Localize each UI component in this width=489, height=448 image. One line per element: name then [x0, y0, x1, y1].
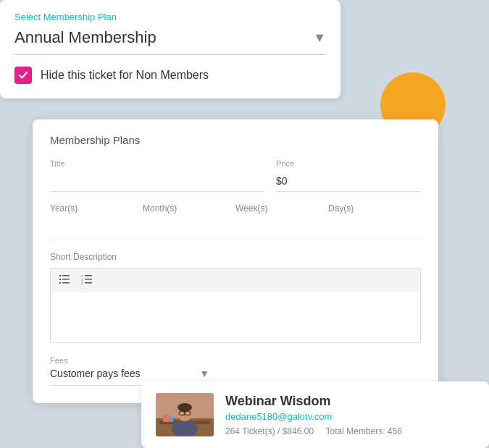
hide-ticket-row: Hide this ticket for Non Members [14, 67, 326, 84]
fees-chevron-down-icon: ▼ [199, 368, 209, 379]
svg-rect-5 [62, 282, 70, 284]
days-label: Day(s) [328, 203, 421, 214]
editor-toolbar: 1. 2. 3. [50, 268, 421, 292]
svg-point-18 [177, 403, 192, 412]
svg-rect-3 [62, 279, 70, 280]
price-field: Price [276, 159, 421, 192]
list-ul-icon [59, 274, 71, 284]
title-price-row: Title Price [50, 159, 421, 192]
title-input[interactable] [50, 171, 264, 192]
form-title: Membership Plans [50, 134, 421, 146]
unordered-list-button[interactable] [57, 273, 74, 288]
months-input[interactable] [143, 216, 235, 234]
months-label: Month(s) [143, 203, 235, 214]
title-field-label: Title [50, 159, 264, 168]
svg-rect-7 [85, 275, 92, 276]
weeks-field: Week(s) [235, 203, 328, 234]
svg-rect-2 [59, 279, 61, 280]
webinar-tickets: 264 Ticket(s) / $846.00 [225, 426, 314, 436]
short-description-textarea[interactable] [50, 292, 421, 343]
webinar-thumbnail [156, 393, 214, 436]
webinar-email: dedane5180@galotv.com [225, 411, 475, 422]
svg-rect-9 [85, 279, 92, 280]
svg-rect-4 [59, 282, 61, 284]
checkbox-checked-icon[interactable] [14, 67, 32, 84]
svg-text:3.: 3. [81, 282, 83, 284]
webinar-card: Webinar Wisdom dedane5180@galotv.com 264… [141, 381, 489, 448]
svg-rect-22 [163, 415, 169, 422]
hide-ticket-label: Hide this ticket for Non Members [41, 69, 209, 82]
dropdown-selected-value: Annual Membership [14, 28, 156, 47]
webinar-stats: 264 Ticket(s) / $846.00 Total Members: 4… [225, 426, 475, 436]
price-input[interactable] [276, 171, 421, 192]
years-field: Year(s) [50, 203, 143, 234]
short-desc-label: Short Description [50, 252, 421, 262]
title-field: Title [50, 159, 264, 192]
short-description-section: Short Description 1. 2. 3. [50, 252, 421, 346]
webinar-title: Webinar Wisdom [225, 394, 475, 409]
weeks-input[interactable] [235, 216, 328, 234]
svg-rect-1 [62, 275, 70, 276]
checkmark-icon [18, 70, 28, 80]
webinar-info: Webinar Wisdom dedane5180@galotv.com 264… [225, 394, 475, 436]
membership-plan-dropdown[interactable]: Annual Membership ▼ [14, 28, 326, 55]
weeks-label: Week(s) [235, 203, 328, 214]
dropdown-card-label: Select Membership Plan [14, 12, 326, 22]
duration-row: Year(s) Month(s) Week(s) Day(s) [50, 203, 421, 240]
days-input[interactable] [328, 216, 421, 234]
years-input[interactable] [50, 216, 143, 234]
svg-rect-0 [59, 275, 61, 276]
membership-plans-form: Membership Plans Title Price Year(s) Mon… [33, 119, 438, 403]
svg-rect-11 [85, 282, 92, 284]
chevron-down-icon: ▼ [313, 30, 326, 46]
list-ol-icon: 1. 2. 3. [81, 274, 93, 284]
years-label: Year(s) [50, 203, 143, 214]
ordered-list-button[interactable]: 1. 2. 3. [78, 273, 96, 288]
dropdown-card: Select Membership Plan Annual Membership… [0, 0, 340, 98]
webinar-members: Total Members: 456 [326, 426, 402, 436]
months-field: Month(s) [143, 203, 235, 234]
fees-value: Customer pays fees [50, 368, 141, 379]
webinar-thumbnail-image [156, 393, 214, 436]
svg-rect-23 [169, 416, 173, 422]
price-field-label: Price [276, 159, 421, 168]
fees-label: Fees [50, 356, 421, 365]
days-field: Day(s) [328, 203, 421, 234]
